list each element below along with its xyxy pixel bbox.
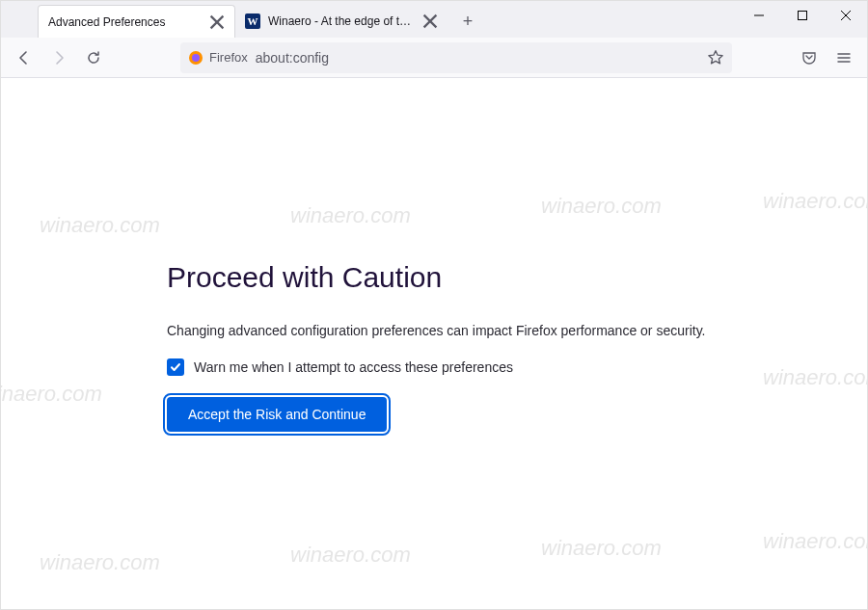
watermark: winaero.com	[541, 536, 662, 561]
close-tab-icon[interactable]	[209, 14, 225, 30]
url-bar[interactable]: Firefox about:config	[180, 42, 732, 73]
warning-body: Changing advanced configuration preferen…	[167, 321, 867, 341]
tab-advanced-preferences[interactable]: Advanced Preferences	[38, 5, 235, 38]
new-tab-button[interactable]: +	[453, 7, 482, 36]
navigation-toolbar: Firefox about:config	[1, 38, 867, 78]
tab-strip: Advanced Preferences W Winaero - At the …	[1, 1, 867, 38]
bookmark-star-icon[interactable]	[707, 49, 724, 66]
identity-label: Firefox	[209, 50, 248, 65]
app-menu-button[interactable]	[828, 42, 859, 73]
tab-title: Advanced Preferences	[48, 15, 203, 29]
close-window-button[interactable]	[824, 1, 867, 30]
save-to-pocket-icon[interactable]	[794, 42, 825, 73]
watermark: winaero.com	[40, 550, 160, 575]
watermark: winaero.com	[763, 529, 868, 554]
tab-winaero[interactable]: W Winaero - At the edge of tweak	[235, 5, 448, 38]
checkbox-label: Warn me when I attempt to access these p…	[194, 359, 513, 375]
tab-title: Winaero - At the edge of tweak	[268, 14, 417, 28]
close-tab-icon[interactable]	[422, 13, 438, 29]
minimize-button[interactable]	[737, 1, 780, 30]
about-config-warning: Proceed with Caution Changing advanced c…	[1, 78, 867, 432]
url-text: about:config	[256, 50, 707, 66]
watermark: winaero.com	[290, 543, 411, 568]
forward-button[interactable]	[43, 42, 74, 73]
maximize-button[interactable]	[780, 1, 824, 30]
window-controls	[737, 1, 867, 38]
winaero-favicon: W	[245, 13, 260, 29]
firefox-brand-icon	[188, 50, 203, 66]
svg-point-2	[192, 54, 200, 62]
checkbox-checked-icon[interactable]	[167, 358, 184, 376]
reload-button[interactable]	[78, 42, 109, 73]
accept-risk-button[interactable]: Accept the Risk and Continue	[167, 397, 387, 432]
warning-title: Proceed with Caution	[167, 261, 867, 294]
svg-rect-0	[798, 12, 806, 20]
show-warning-checkbox-row[interactable]: Warn me when I attempt to access these p…	[167, 358, 867, 376]
back-button[interactable]	[9, 42, 40, 73]
